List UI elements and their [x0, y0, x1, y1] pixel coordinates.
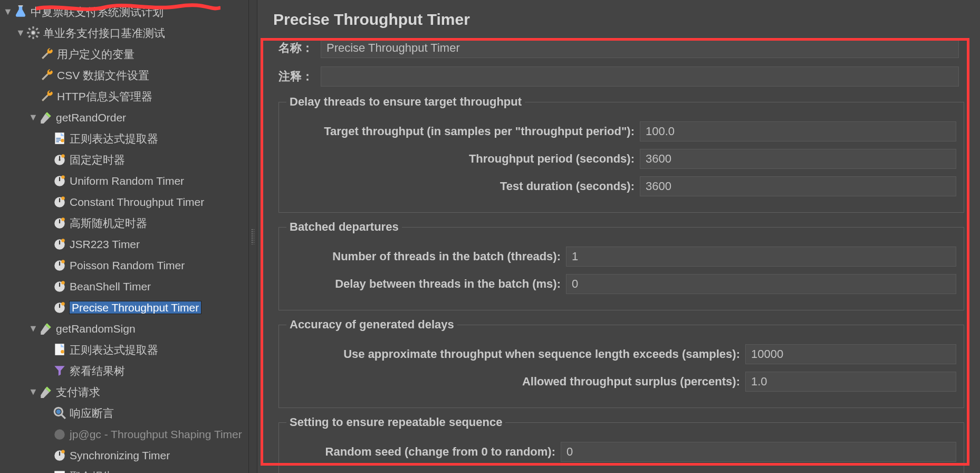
group-batched-departures: Batched departures Number of threads in … — [278, 220, 964, 310]
page-icon — [53, 343, 66, 356]
label-batch-delay: Delay between threads in the batch (ms): — [286, 277, 566, 291]
timer-icon — [53, 300, 66, 314]
svg-rect-0 — [18, 5, 23, 6]
timer-icon — [53, 216, 66, 230]
timer-icon — [53, 237, 66, 251]
node-label: HTTP信息头管理器 — [57, 91, 152, 102]
svg-line-6 — [28, 28, 30, 30]
node-label: CSV 数据文件设置 — [57, 70, 149, 81]
tree-node-timer-constant[interactable]: 固定定时器 — [0, 149, 248, 170]
label-surplus: Allowed throughput surplus (percents): — [286, 375, 745, 389]
comment-input[interactable] — [321, 67, 959, 87]
node-label: Synchronizing Timer — [70, 450, 170, 461]
svg-point-33 — [61, 350, 64, 354]
gear-icon — [26, 26, 40, 40]
group-legend: Batched departures — [286, 220, 402, 234]
input-batch-delay[interactable] — [566, 274, 956, 294]
svg-point-22 — [61, 217, 65, 221]
tree-node-timer-beanshell[interactable]: BeanShell Timer — [0, 276, 248, 297]
node-label: Uniform Random Timer — [70, 175, 184, 186]
toggle-icon[interactable]: ▼ — [27, 386, 39, 398]
node-label: 正则表达式提取器 — [70, 133, 158, 144]
svg-point-28 — [61, 281, 65, 285]
tree-node-timer-poisson[interactable]: Poisson Random Timer — [0, 254, 248, 276]
node-label: Poisson Random Timer — [70, 260, 185, 271]
tree-node-timer-jsr223[interactable]: JSR223 Timer — [0, 233, 248, 254]
group-legend: Setting to ensure repeatable sequence — [286, 415, 505, 429]
timer-icon — [53, 174, 66, 187]
splitter[interactable] — [248, 0, 257, 473]
toggle-icon[interactable]: ▼ — [27, 323, 39, 334]
tree-node-sampler-pay[interactable]: ▼ 支付请求 — [0, 381, 248, 402]
input-batch-threads[interactable] — [566, 247, 956, 267]
tree-node-udv[interactable]: 用户定义的变量 — [0, 43, 248, 64]
name-label: 名称： — [278, 40, 321, 56]
toggle-icon[interactable]: ▼ — [15, 27, 26, 39]
label-test-duration: Test duration (seconds): — [286, 179, 640, 193]
dropper-icon — [39, 110, 53, 124]
beaker-icon — [14, 5, 27, 18]
input-random-seed[interactable] — [561, 442, 956, 462]
tree-node-headermgr[interactable]: HTTP信息头管理器 — [0, 86, 248, 107]
tree-node-shaping-timer[interactable]: jp@gc - Throughput Shaping Timer — [0, 423, 248, 444]
node-label: 固定定时器 — [70, 154, 125, 165]
group-accuracy: Accuracy of generated delays Use approxi… — [278, 318, 964, 408]
node-label: 聚合报告 — [70, 471, 114, 474]
input-approx-seq[interactable] — [745, 344, 956, 364]
tree-node-regex1[interactable]: 正则表达式提取器 — [0, 128, 248, 149]
tree-node-timer-precise[interactable]: Precise Throughput Timer — [0, 297, 248, 318]
svg-line-9 — [28, 35, 30, 37]
label-approx-seq: Use approximate throughput when sequence… — [286, 347, 745, 361]
svg-line-8 — [36, 28, 37, 30]
tree-panel[interactable]: ▼ 中夏票联支付系统测试计划 ▼ 单业务支付接口基准测试 用户定义的变量 CSV… — [0, 0, 248, 473]
tree-node-csv[interactable]: CSV 数据文件设置 — [0, 64, 248, 86]
input-throughput-period[interactable] — [640, 149, 956, 169]
tree-node-timer-uniform[interactable]: Uniform Random Timer — [0, 170, 248, 191]
tree-node-sampler-getrandorder[interactable]: ▼ getRandOrder — [0, 107, 248, 128]
toggle-icon[interactable]: ▼ — [2, 6, 14, 17]
grip-icon — [251, 229, 254, 244]
svg-point-24 — [61, 239, 65, 242]
tree-node-aggregate[interactable]: 聚合报告 — [0, 466, 248, 473]
input-surplus[interactable] — [745, 372, 956, 392]
label-random-seed: Random seed (change from 0 to random): — [286, 445, 561, 459]
toggle-icon[interactable]: ▼ — [27, 111, 39, 123]
tree-node-timer-gaussian[interactable]: 高斯随机定时器 — [0, 212, 248, 233]
name-input[interactable] — [321, 38, 959, 58]
wrench-icon — [40, 89, 54, 103]
tree-node-assertion[interactable]: 响应断言 — [0, 402, 248, 423]
dropper-icon — [39, 321, 53, 335]
node-label: 正则表达式提取器 — [70, 344, 158, 355]
node-label: 支付请求 — [56, 386, 100, 398]
svg-rect-40 — [54, 471, 65, 473]
input-test-duration[interactable] — [640, 176, 956, 196]
funnel-icon — [53, 364, 66, 377]
group-repeatable: Setting to ensure repeatable sequence Ra… — [278, 415, 964, 473]
input-target-throughput[interactable] — [640, 121, 956, 141]
svg-point-13 — [61, 139, 64, 143]
editor-panel: Precise Throughput Timer 名称： 注释： Delay t… — [257, 0, 980, 473]
tree-node-threadgroup[interactable]: ▼ 单业务支付接口基准测试 — [0, 22, 248, 43]
tree-node-regex2[interactable]: 正则表达式提取器 — [0, 339, 248, 360]
node-label: Constant Throughput Timer — [70, 196, 204, 207]
magnifier-icon — [53, 406, 66, 420]
label-throughput-period: Throughput period (seconds): — [286, 152, 640, 166]
svg-point-39 — [61, 450, 65, 453]
tree-node-timer-constant-throughput[interactable]: Constant Throughput Timer — [0, 191, 248, 212]
svg-rect-31 — [55, 344, 64, 355]
wrench-icon — [40, 68, 54, 82]
tree-node-sampler-getrandomsign[interactable]: ▼ getRandomSign — [0, 318, 248, 339]
svg-line-7 — [36, 35, 37, 37]
svg-point-18 — [61, 175, 65, 179]
node-label: getRandOrder — [56, 112, 126, 123]
node-label: 响应断言 — [70, 408, 114, 419]
svg-point-20 — [61, 196, 65, 200]
svg-point-10 — [32, 31, 35, 35]
node-label: jp@gc - Throughput Shaping Timer — [70, 429, 242, 440]
tree-node-viewresults[interactable]: 察看结果树 — [0, 360, 248, 381]
timer-disabled-icon — [53, 427, 66, 441]
tree-node-sync-timer[interactable]: Synchronizing Timer — [0, 444, 248, 466]
node-label: 单业务支付接口基准测试 — [43, 27, 165, 39]
wrench-icon — [40, 47, 54, 61]
label-target-throughput: Target throughput (in samples per "throu… — [286, 125, 640, 138]
